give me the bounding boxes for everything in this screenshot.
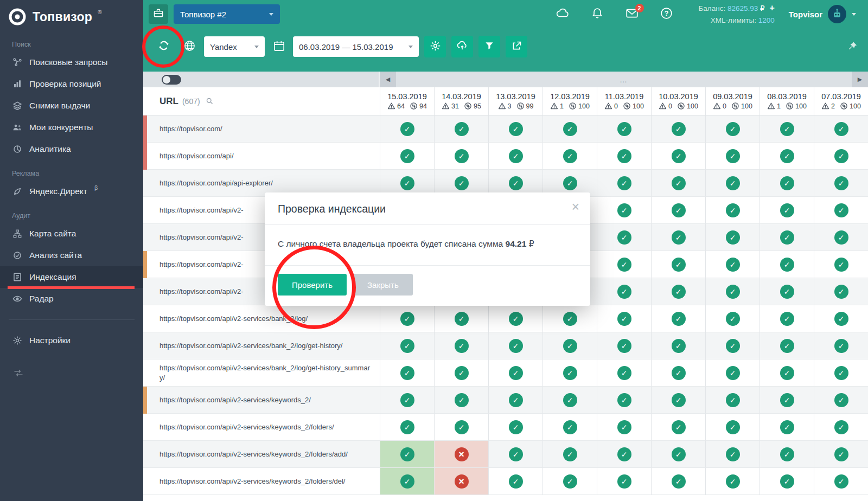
date-column-header[interactable]: 10.03.20190100 [651,87,705,115]
status-cell[interactable]: ✓ [705,143,760,170]
status-cell[interactable]: ✓ [705,332,760,359]
sidebar-item-analytics[interactable]: Аналитика [0,138,143,160]
pin-icon[interactable] [847,40,858,53]
status-cell[interactable]: ✓ [651,278,705,305]
status-cell[interactable]: ✓ [651,143,705,170]
export-button[interactable] [506,36,527,57]
search-icon[interactable] [206,97,214,105]
status-cell[interactable]: ✓ [597,197,651,224]
status-cell[interactable]: ✓ [542,359,597,387]
status-cell[interactable]: ✓ [760,115,814,143]
status-cell[interactable]: ✓ [380,359,434,387]
date-column-header[interactable]: 08.03.20191100 [760,87,814,115]
status-cell[interactable]: ✓ [651,197,705,224]
status-cell[interactable]: ✓ [542,115,597,143]
status-cell[interactable]: ✓ [814,387,868,414]
sidebar-item-settings[interactable]: Настройки [0,330,143,351]
status-cell[interactable]: ✓ [651,468,705,495]
calendar-button[interactable] [270,40,288,54]
status-cell[interactable]: ✓ [705,197,760,224]
url-cell[interactable]: https://topvisor.com/api/ [143,143,380,170]
status-cell[interactable]: ✓ [488,468,542,495]
status-cell[interactable]: ✓ [488,305,542,332]
cancel-button[interactable]: Закрыть [353,274,413,296]
status-cell[interactable]: ✓ [434,359,488,387]
status-cell[interactable]: ✓ [542,332,597,359]
status-cell[interactable]: ✓ [651,332,705,359]
url-cell[interactable]: https://topvisor.com/api/v2-services/key… [143,441,380,468]
status-cell[interactable]: ✓ [597,143,651,170]
status-cell[interactable]: ✓ [760,278,814,305]
status-cell[interactable]: ✓ [814,143,868,170]
date-column-header[interactable]: 07.03.20192100 [814,87,868,115]
status-cell[interactable]: ✓ [542,387,597,414]
status-cell[interactable]: ✓ [542,468,597,495]
user-menu[interactable]: Topvisor [789,5,856,23]
date-column-header[interactable]: 13.03.2019399 [488,87,542,115]
url-cell[interactable]: https://topvisor.com/api/v2-services/key… [143,414,380,441]
url-cell[interactable]: https://topvisor.com/api/v2-services/ban… [143,359,380,387]
confirm-button[interactable]: Проверить [278,274,347,296]
status-cell[interactable]: ✓ [488,359,542,387]
status-cell[interactable]: ✓ [760,468,814,495]
settings-button[interactable] [424,36,446,57]
status-cell[interactable]: ✓ [651,387,705,414]
status-cell[interactable]: ✓ [434,143,488,170]
sidebar-item-radar[interactable]: Радар [0,288,143,310]
status-cell[interactable]: ✓ [651,359,705,387]
status-cell[interactable]: ✓ [380,468,434,495]
status-cell[interactable]: ✓ [434,387,488,414]
status-cell[interactable]: ✓ [651,414,705,441]
status-cell[interactable]: ✓ [488,387,542,414]
sidebar-item-serp-snapshots[interactable]: Снимки выдачи [0,95,143,117]
status-cell[interactable]: ✓ [597,387,651,414]
status-cell[interactable]: ✓ [434,115,488,143]
status-cell[interactable]: ✓ [705,468,760,495]
date-column-header[interactable]: 09.03.20190100 [705,87,760,115]
status-cell[interactable]: ✓ [814,278,868,305]
collapse-sidebar-icon[interactable] [13,368,143,381]
status-cell[interactable]: ✓ [597,305,651,332]
status-cell[interactable]: ✓ [651,115,705,143]
status-cell[interactable]: ✓ [760,414,814,441]
status-cell[interactable]: ✓ [760,251,814,278]
date-column-header[interactable]: 11.03.20190100 [597,87,651,115]
sidebar-item-yandex-direct[interactable]: Яндекс.Директβ [0,181,143,202]
status-cell[interactable]: ✓ [434,414,488,441]
status-cell[interactable]: ✓ [597,468,651,495]
status-cell[interactable]: ✓ [651,251,705,278]
status-cell[interactable]: ✓ [651,170,705,197]
search-engine-select[interactable]: Yandex [204,36,265,57]
status-cell[interactable]: ✓ [705,359,760,387]
status-cell[interactable]: ✓ [814,441,868,468]
status-cell[interactable]: ✓ [488,441,542,468]
date-column-header[interactable]: 14.03.20193195 [434,87,488,115]
status-cell[interactable]: ✓ [705,115,760,143]
sidebar-item-competitors[interactable]: Мои конкуренты [0,117,143,138]
status-cell[interactable]: ✓ [488,414,542,441]
status-cell[interactable]: × [434,468,488,495]
status-cell[interactable]: ✓ [380,441,434,468]
status-cell[interactable]: ✓ [760,197,814,224]
status-cell[interactable]: ✓ [380,115,434,143]
url-cell[interactable]: https://topvisor.com/api/v2-services/key… [143,468,380,495]
status-cell[interactable]: ✓ [597,414,651,441]
status-cell[interactable]: ✓ [380,332,434,359]
status-cell[interactable]: ✓ [488,115,542,143]
status-cell[interactable]: ✓ [814,468,868,495]
logo[interactable]: Топвизор ® [0,0,143,31]
status-cell[interactable]: ✓ [814,414,868,441]
status-cell[interactable]: ✓ [814,359,868,387]
status-cell[interactable]: ✓ [597,441,651,468]
status-cell[interactable]: ✓ [705,251,760,278]
import-button[interactable] [451,36,473,57]
status-cell[interactable]: ✓ [597,170,651,197]
xml-limits-value[interactable]: 1200 [758,16,775,24]
status-cell[interactable]: ✓ [434,332,488,359]
messages-button[interactable]: 2 [621,3,643,25]
status-cell[interactable]: ✓ [488,332,542,359]
status-cell[interactable]: ✓ [705,414,760,441]
status-cell[interactable]: ✓ [542,441,597,468]
url-cell[interactable]: https://topvisor.com/api/v2-services/ban… [143,332,380,359]
sidebar-item-position-check[interactable]: Проверка позиций [0,73,143,95]
